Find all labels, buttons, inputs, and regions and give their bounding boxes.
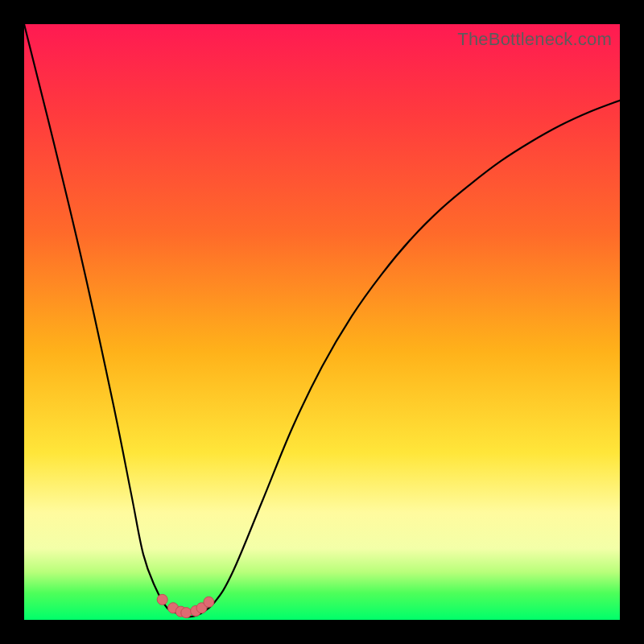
chart-frame: TheBottleneck.com — [0, 0, 644, 644]
marker-dot — [181, 608, 192, 618]
marker-dot — [157, 594, 167, 605]
curve-line — [24, 24, 620, 617]
bottleneck-curve — [24, 24, 620, 620]
plot-area: TheBottleneck.com — [24, 24, 620, 620]
marker-dot — [204, 597, 214, 607]
